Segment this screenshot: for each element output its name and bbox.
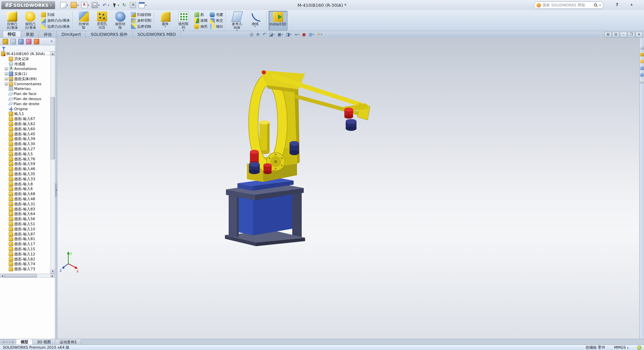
dropdown-arrow-icon[interactable]: ▾ (290, 33, 292, 36)
units-dropdown-icon[interactable]: ▴ (627, 346, 628, 349)
dropdown-arrow-icon[interactable]: ▾ (298, 33, 299, 36)
tree-item[interactable]: 曲面-输入6 (0, 187, 50, 192)
tree-expand-toggle[interactable] (5, 248, 8, 251)
zoom-fit-button[interactable]: ◎ (249, 31, 254, 38)
tree-item[interactable]: 曲面-输入82 (0, 257, 50, 262)
zoom-area-button[interactable]: ⊕ (255, 31, 261, 38)
units-selector[interactable]: MMGS ▴ (614, 345, 628, 350)
tree-item[interactable]: 曲面-输入60 (0, 126, 50, 132)
tab-solidworks-mbd[interactable]: SOLIDWORKS MBD (133, 31, 181, 38)
dropdown-arrow-icon[interactable]: ▾ (255, 26, 256, 28)
boundary-boss-button[interactable]: 边界凸台/基体 (41, 24, 70, 29)
tree-expand-toggle[interactable] (5, 153, 8, 156)
dropdown-arrow-icon[interactable]: ▾ (108, 4, 109, 7)
app-menu-logo[interactable]: ϐS SOLIDWORKS ▸ (1, 1, 55, 9)
scroll-last-button[interactable]: » (12, 340, 14, 344)
make-drawing-button[interactable]: ▾ (80, 1, 90, 9)
tree-item[interactable]: Plan de droite (0, 101, 50, 107)
tree-item[interactable]: 曲面-输入35 (0, 171, 50, 177)
mirror-button[interactable]: 镜向 (210, 24, 223, 29)
tree-item[interactable]: 曲面-输入39 (0, 137, 50, 142)
tree-expand-toggle[interactable] (5, 237, 8, 240)
tree-expand-toggle[interactable] (5, 122, 8, 125)
tree-expand-toggle[interactable] (5, 102, 8, 106)
hole-wizard-button[interactable]: 异型孔向导 (93, 11, 111, 30)
dropdown-arrow-icon[interactable]: ▾ (118, 4, 119, 7)
tree-expand-toggle[interactable] (5, 267, 8, 271)
tree-item[interactable]: 曲面-输入62 (0, 121, 50, 126)
scroll-first-button[interactable]: « (3, 340, 5, 344)
open-button[interactable]: ▾ (70, 1, 79, 9)
menu-flyout-icon[interactable]: ▸ (50, 3, 52, 7)
search-input[interactable]: 搜索 SOLIDWORKS 帮助 (543, 3, 592, 8)
tree-expand-toggle[interactable] (5, 92, 8, 95)
tab-sketch[interactable]: 草图 (21, 31, 39, 38)
search-icon[interactable] (594, 3, 598, 7)
tree-expand-toggle[interactable] (5, 253, 8, 256)
tree-item[interactable]: 曲面-输入81 (0, 236, 50, 241)
robot-model-3d-view[interactable]: Y X Z (58, 38, 639, 339)
tree-expand-toggle[interactable] (5, 197, 8, 201)
appearances-icon[interactable] (640, 73, 644, 77)
rib-button[interactable]: 筋 (194, 12, 208, 18)
tree-expand-toggle[interactable] (5, 158, 8, 161)
tree-item[interactable]: 历史记录 (0, 56, 50, 62)
tree-item[interactable]: + 实体(1) (0, 71, 50, 76)
apply-scene-button[interactable]: ◍ ▾ (307, 31, 315, 38)
scroll-next-button[interactable]: › (9, 340, 10, 344)
tree-expand-toggle[interactable] (5, 133, 8, 136)
view-orientation-button[interactable]: ▣ ▾ (276, 31, 284, 38)
collapse-chevron-icon[interactable]: ▴ (630, 2, 632, 6)
tree-item[interactable]: 曲面-输入76 (0, 157, 50, 162)
tree-root-item[interactable]: M-410iB160 (R-30iA) (Dé (0, 51, 50, 56)
panel-collapse-handle[interactable]: ◂ (55, 183, 58, 197)
wrap-button[interactable]: 包覆 (210, 12, 223, 18)
tree-item[interactable]: 曲面-输入59 (0, 162, 50, 167)
tree-expand-toggle[interactable] (5, 208, 8, 211)
tree-item[interactable]: 曲面-输入12 (0, 252, 50, 257)
tree-item[interactable]: Plan de dessus (0, 96, 50, 101)
extruded-cut-button[interactable]: 拉伸切除 (75, 11, 93, 30)
linear-pattern-button[interactable]: 线性阵列 ▾ (175, 11, 193, 30)
select-button[interactable]: ▾ (111, 2, 120, 8)
fillet-button[interactable]: 圆角 ▾ (156, 11, 175, 30)
tree-horizontal-scrollbar[interactable]: ◀ ▶ (0, 274, 55, 278)
swept-boss-button[interactable]: 扫描 (41, 12, 70, 18)
draft-button[interactable]: 拔模 (194, 18, 208, 24)
tree-expand-toggle[interactable] (5, 87, 8, 90)
reference-geometry-button[interactable]: 参考几何体 ▾ (228, 11, 246, 30)
tree-expand-toggle[interactable]: + (5, 83, 8, 86)
dropdown-arrow-icon[interactable]: ▾ (282, 33, 283, 36)
tree-expand-toggle[interactable] (5, 162, 8, 165)
3d-views-tab[interactable]: 3D 视图 (32, 339, 55, 345)
scroll-right-icon[interactable]: ▶ (50, 274, 55, 278)
tab-evaluate[interactable]: 评估 (39, 31, 57, 38)
window-minimize-button[interactable]: – (620, 32, 627, 38)
search-box[interactable]: 搜索 SOLIDWORKS 帮助 ▾ (534, 1, 603, 9)
extruded-boss-button[interactable]: 拉伸凸台/基体 (3, 11, 21, 30)
tree-item[interactable]: 曲面-输入48 (0, 196, 50, 202)
dropdown-arrow-icon[interactable]: ▾ (67, 4, 68, 7)
tree-item[interactable]: 曲面-输入73 (0, 266, 50, 272)
featuremanager-tab[interactable] (2, 38, 9, 45)
tree-item[interactable]: Plan de face (0, 91, 50, 96)
custom-properties-icon[interactable] (640, 80, 644, 84)
revolved-cut-button[interactable]: 旋转切除 (111, 11, 130, 30)
tree-item[interactable]: Materiau (0, 87, 50, 92)
dropdown-arrow-icon[interactable]: ▾ (88, 4, 89, 7)
new-document-button[interactable]: ▾ (59, 1, 69, 9)
tree-expand-toggle[interactable] (5, 217, 8, 220)
tree-item[interactable]: Origine (0, 107, 50, 112)
print-button[interactable]: ▾ (91, 1, 100, 9)
tree-expand-toggle[interactable] (5, 167, 8, 170)
rebuild-button[interactable] (121, 2, 128, 8)
hide-show-items-button[interactable]: ∞ ▾ (293, 31, 300, 38)
dropdown-arrow-icon[interactable]: ▾ (98, 4, 99, 7)
edit-appearance-button[interactable]: ● (301, 31, 307, 38)
tree-expand-toggle[interactable] (5, 112, 8, 115)
tree-item[interactable]: 曲面-输入45 (0, 132, 50, 137)
tree-item[interactable]: 曲面-输入46 (0, 166, 50, 171)
tree-item[interactable]: 输入1 (0, 112, 50, 117)
dropdown-arrow-icon[interactable]: ▾ (273, 33, 275, 36)
tree-filter-bar[interactable] (0, 45, 55, 51)
